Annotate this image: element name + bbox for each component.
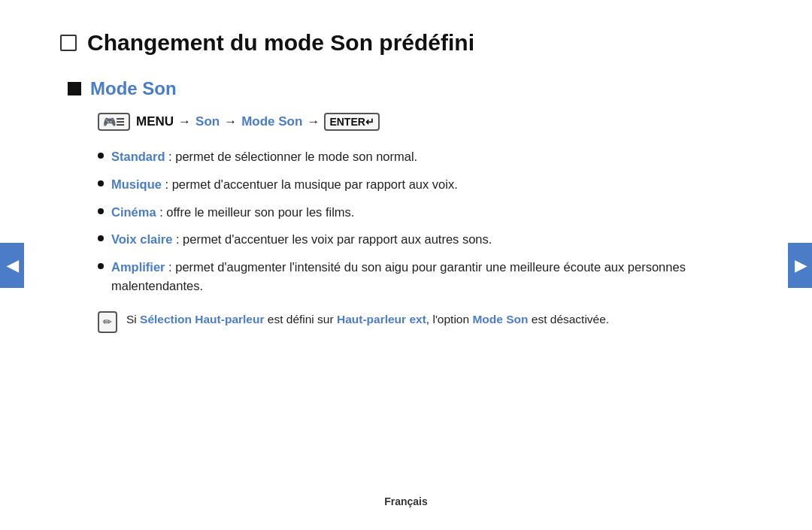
menu-icon: 🎮 ☰ bbox=[98, 113, 130, 131]
checkbox-icon bbox=[60, 35, 77, 51]
desc-standard: : permet de sélectionner le mode son nor… bbox=[165, 150, 418, 163]
menu-link-mode-son: Mode Son bbox=[241, 114, 302, 129]
desc-musique: : permet d'accentuer la musique par rapp… bbox=[162, 177, 458, 191]
list-item-text: Voix claire : permet d'accentuer les voi… bbox=[111, 230, 492, 249]
desc-voix-claire: : permet d'accentuer les voix par rappor… bbox=[172, 232, 492, 246]
menu-link-son: Son bbox=[195, 114, 220, 129]
note-suffix-before: , l'option bbox=[426, 313, 473, 326]
term-cinema: Cinéma bbox=[111, 205, 156, 219]
list-item: Musique : permet d'accentuer la musique … bbox=[98, 175, 752, 194]
right-arrow-icon: ▶ bbox=[795, 256, 806, 274]
note-link1: Sélection Haut-parleur bbox=[140, 313, 264, 326]
page-title: Changement du mode Son prédéfini bbox=[87, 30, 474, 56]
enter-icon: ENTER↵ bbox=[324, 113, 379, 131]
bullet-dot bbox=[98, 263, 104, 269]
nav-arrow-left[interactable]: ◀ bbox=[0, 243, 24, 288]
menu-label: MENU bbox=[136, 114, 174, 129]
list-item: Amplifier : permet d'augmenter l'intensi… bbox=[98, 258, 752, 295]
note-middle: est défini sur bbox=[264, 313, 337, 326]
note-icon: ✏ bbox=[98, 311, 117, 334]
bullet-dot bbox=[98, 235, 104, 241]
menu-arrow-3: → bbox=[307, 114, 320, 129]
list-item: Standard : permet de sélectionner le mod… bbox=[98, 147, 752, 166]
section-title-row: Mode Son bbox=[68, 78, 752, 99]
bullet-dot bbox=[98, 180, 104, 186]
page-title-row: Changement du mode Son prédéfini bbox=[60, 30, 752, 56]
mode-son-section: Mode Son 🎮 ☰ MENU → Son → Mode Son → ENT… bbox=[68, 78, 752, 333]
page-container: Changement du mode Son prédéfini Mode So… bbox=[0, 0, 812, 530]
footer-label: Français bbox=[384, 495, 428, 507]
term-voix-claire: Voix claire bbox=[111, 232, 172, 246]
note-prefix: Si bbox=[126, 313, 140, 326]
desc-cinema: : offre le meilleur son pour les films. bbox=[156, 205, 355, 219]
term-standard: Standard bbox=[111, 150, 165, 163]
note-suffix: est désactivée. bbox=[528, 313, 609, 326]
menu-arrow-1: → bbox=[178, 114, 191, 129]
list-item-text: Amplifier : permet d'augmenter l'intensi… bbox=[111, 258, 752, 295]
menu-path: 🎮 ☰ MENU → Son → Mode Son → ENTER↵ bbox=[98, 113, 752, 131]
menu-arrow-2: → bbox=[224, 114, 237, 129]
list-item-text: Standard : permet de sélectionner le mod… bbox=[111, 147, 417, 166]
note-link2: Haut-parleur ext bbox=[337, 313, 426, 326]
left-arrow-icon: ◀ bbox=[7, 256, 18, 274]
note-row: ✏ Si Sélection Haut-parleur est défini s… bbox=[98, 310, 752, 334]
note-text: Si Sélection Haut-parleur est défini sur… bbox=[126, 310, 752, 329]
bullet-dot bbox=[98, 153, 104, 159]
note-link3: Mode Son bbox=[472, 313, 528, 326]
term-amplifier: Amplifier bbox=[111, 260, 165, 274]
list-item-text: Musique : permet d'accentuer la musique … bbox=[111, 175, 458, 194]
bullet-list: Standard : permet de sélectionner le mod… bbox=[98, 147, 752, 295]
section-title: Mode Son bbox=[90, 78, 177, 99]
nav-arrow-right[interactable]: ▶ bbox=[788, 243, 812, 288]
footer: Français bbox=[384, 495, 428, 507]
list-item-text: Cinéma : offre le meilleur son pour les … bbox=[111, 203, 354, 222]
black-square-icon bbox=[68, 82, 81, 95]
desc-amplifier: : permet d'augmenter l'intensité du son … bbox=[111, 260, 686, 292]
term-musique: Musique bbox=[111, 177, 162, 191]
list-item: Voix claire : permet d'accentuer les voi… bbox=[98, 230, 752, 249]
list-item: Cinéma : offre le meilleur son pour les … bbox=[98, 203, 752, 222]
bullet-dot bbox=[98, 208, 104, 214]
